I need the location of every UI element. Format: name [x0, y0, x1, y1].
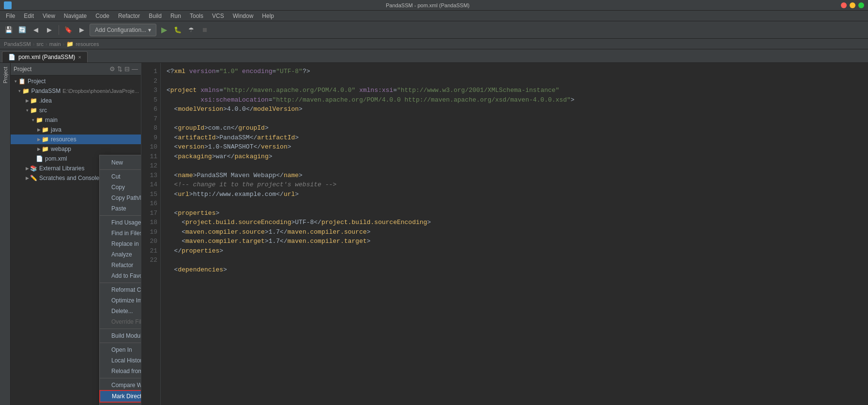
panel-settings-icon[interactable]: ⚙	[109, 65, 115, 73]
tree-item-src[interactable]: ▾ 📁 src	[11, 105, 141, 115]
menu-file[interactable]: File	[2, 12, 19, 20]
code-line-20: </properties>	[167, 246, 862, 256]
tab-close-button[interactable]: ×	[78, 54, 81, 60]
tree-icon-pandassmm: 📁	[22, 88, 30, 94]
menu-build[interactable]: Build	[145, 12, 166, 20]
breadcrumb-resources[interactable]: resources	[76, 41, 99, 47]
ctx-copy[interactable]: Copy Ctrl+C	[100, 182, 141, 193]
code-line-18: <maven.compiler.source>1.7</maven.compil…	[167, 227, 862, 237]
panel-close-icon[interactable]: —	[132, 65, 138, 73]
line-num-18: 18	[141, 218, 157, 227]
menu-refactor[interactable]: Refactor	[114, 12, 144, 20]
menu-help[interactable]: Help	[258, 12, 278, 20]
code-line-3: <project xmlns="http://maven.apache.org/…	[167, 86, 862, 95]
back-button[interactable]: ◀	[30, 24, 42, 36]
tree-item-project[interactable]: ▾ 📋 Project	[11, 76, 141, 86]
ctx-analyze[interactable]: Analyze ▶	[100, 249, 141, 260]
menu-edit[interactable]: Edit	[20, 12, 38, 20]
editor-content[interactable]: 1 2 3 5 6 7 8 9 10 11 12 13 14 15 16 17 …	[141, 63, 868, 405]
code-line-2	[167, 76, 862, 86]
menu-window[interactable]: Window	[229, 12, 258, 20]
ctx-delete[interactable]: Delete... Delete	[100, 306, 141, 316]
ctx-new[interactable]: New ▶	[100, 157, 141, 168]
ctx-optimize-imports[interactable]: Optimize Imports Ctrl+Alt+O	[100, 295, 141, 306]
close-button[interactable]	[841, 2, 847, 8]
ctx-replace-files[interactable]: Replace in Files... Ctrl+Shift+R	[100, 239, 141, 249]
code-line-13: <!-- change it to the project's website …	[167, 180, 862, 190]
maximize-button[interactable]	[858, 2, 864, 8]
tree-arrow-resources: ▶	[36, 137, 42, 142]
ctx-reformat[interactable]: Reformat Code Ctrl+Alt+L	[100, 285, 141, 295]
code-display[interactable]: <?xml version="1.0" encoding="UTF-8"?> <…	[161, 63, 868, 405]
add-configuration-button[interactable]: Add Configuration... ▾	[90, 24, 156, 36]
ctx-copy-path-label: Copy Path/Reference...	[111, 195, 141, 201]
tree-icon-external: 📚	[30, 165, 37, 172]
ctx-refactor[interactable]: Refactor ▶	[100, 260, 141, 270]
code-line-17: <project.build.sourceEncoding>UTF-8</pro…	[167, 218, 862, 227]
tree-item-resources[interactable]: ▶ 📁 resources	[11, 135, 141, 144]
menu-vcs[interactable]: VCS	[208, 12, 228, 20]
line-num-12: 12	[141, 161, 157, 171]
ctx-copy-path[interactable]: Copy Path/Reference...	[100, 193, 141, 203]
save-all-button[interactable]: 💾	[3, 24, 15, 36]
menu-run[interactable]: Run	[167, 12, 185, 20]
coverage-button[interactable]: ☂	[185, 24, 197, 36]
ctx-find-files[interactable]: Find in Files... Ctrl+Shift+F	[100, 228, 141, 239]
tree-icon-scratches: ✏️	[30, 175, 37, 181]
tree-item-pandassmm[interactable]: ▾ 📁 PandaSSM E:\Dropbox\phoenix\JavaProj…	[11, 86, 141, 96]
run-button[interactable]: ▶	[158, 24, 170, 36]
menu-code[interactable]: Code	[91, 12, 113, 20]
tree-label-project: Project	[28, 78, 46, 85]
line-num-17: 17	[141, 209, 157, 218]
tree-label-main: main	[45, 117, 58, 123]
line-num-7: 7	[141, 114, 157, 124]
ctx-mark-directory[interactable]: Mark Directory as ▶	[100, 390, 141, 402]
ctx-compare-with[interactable]: Compare With... Ctrl+D	[100, 380, 141, 390]
breadcrumb-src[interactable]: src	[36, 41, 44, 47]
debug-button[interactable]: 🐛	[172, 24, 183, 36]
tree-item-java[interactable]: ▶ 📁 java	[11, 125, 141, 135]
line-num-21: 21	[141, 246, 157, 256]
tab-xml-icon: 📄	[8, 54, 15, 60]
ctx-local-history-label: Local History	[111, 357, 141, 364]
code-line-6	[167, 114, 862, 124]
tree-item-idea[interactable]: ▶ 📁 .idea	[11, 96, 141, 105]
menu-view[interactable]: View	[39, 12, 59, 20]
project-tab-label[interactable]: Project	[1, 65, 9, 85]
menu-tools[interactable]: Tools	[186, 12, 207, 20]
bookmark-button[interactable]: 🔖	[62, 24, 74, 36]
run-config-button[interactable]: ▶	[76, 24, 88, 36]
ctx-override-filetype: Override File Type	[100, 316, 141, 327]
stop-button[interactable]: ⏹	[199, 24, 211, 36]
ctx-paste[interactable]: Paste Ctrl+V	[100, 203, 141, 214]
breadcrumb-project[interactable]: PandaSSM	[4, 41, 31, 47]
menu-navigate[interactable]: Navigate	[60, 12, 91, 20]
ctx-build-module[interactable]: Build Module 'PandaSSM'	[100, 330, 141, 341]
menu-bar: File Edit View Navigate Code Refactor Bu…	[0, 11, 868, 21]
ctx-reload-disk[interactable]: Reload from Disk	[100, 366, 141, 376]
ctx-add-favorites[interactable]: Add to Favorites ▶	[100, 270, 141, 281]
ctx-diagrams[interactable]: Diagrams ▶	[100, 402, 141, 405]
ctx-cut[interactable]: Cut Ctrl+X	[100, 171, 141, 182]
breadcrumb-main[interactable]: main	[49, 41, 61, 47]
tree-item-webapp[interactable]: ▶ 📁 webapp	[11, 144, 141, 154]
tab-pom-xml[interactable]: 📄 pom.xml (PandaSSM) ×	[2, 51, 88, 62]
panel-scroll-icon[interactable]: ⇅	[117, 65, 122, 73]
editor-area: 1 2 3 5 6 7 8 9 10 11 12 13 14 15 16 17 …	[141, 63, 868, 405]
ctx-local-history[interactable]: Local History ▶	[100, 355, 141, 366]
minimize-button[interactable]	[850, 2, 855, 8]
tree-label-pandassmm: PandaSSM	[31, 88, 61, 94]
ctx-open-in[interactable]: Open In ▶	[100, 345, 141, 355]
synchronize-button[interactable]: 🔄	[16, 24, 28, 36]
left-sidebar-strip: Project	[0, 63, 11, 405]
line-num-1: 1	[141, 67, 157, 76]
panel-collapse-icon[interactable]: ⊟	[124, 65, 130, 73]
title-bar: PandaSSM - pom.xml (PandaSSM)	[0, 0, 868, 11]
code-line-9: <version>1.0-SNAPSHOT</version>	[167, 142, 862, 152]
tree-icon-resources: 📁	[42, 136, 49, 143]
code-line-21	[167, 255, 862, 265]
code-line-14: <url>http://www.example.com</url>	[167, 190, 862, 199]
tree-item-main[interactable]: ▾ 📁 main	[11, 115, 141, 125]
ctx-find-usages[interactable]: Find Usages Alt+F7	[100, 217, 141, 228]
forward-button[interactable]: ▶	[44, 24, 55, 36]
